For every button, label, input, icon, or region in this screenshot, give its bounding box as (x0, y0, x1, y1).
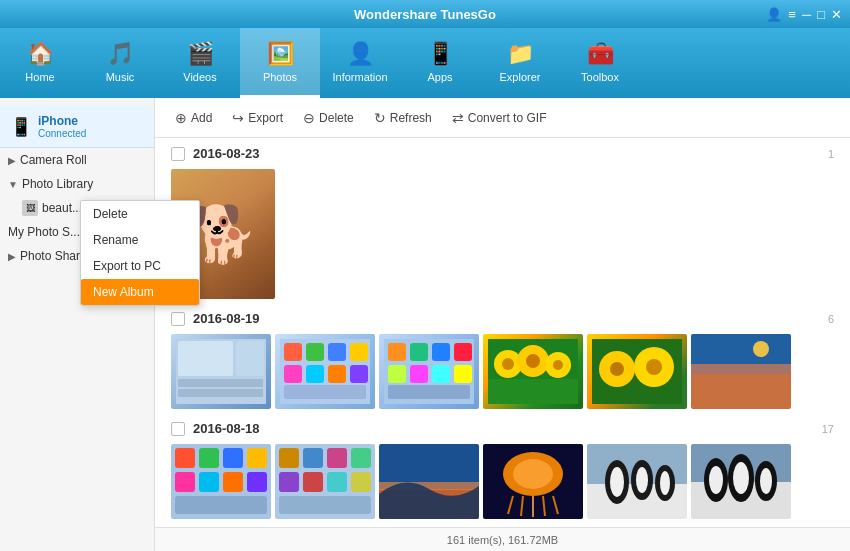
information-icon: 👤 (347, 41, 374, 67)
context-menu-new-album[interactable]: New Album (81, 279, 199, 305)
date-label-2: 2016-08-19 (193, 311, 260, 326)
svg-rect-20 (388, 365, 406, 383)
svg-rect-49 (223, 472, 243, 492)
photos-icon: 🖼️ (267, 41, 294, 67)
svg-rect-46 (247, 448, 267, 468)
count-badge-2: 6 (828, 313, 834, 325)
svg-rect-48 (199, 472, 219, 492)
svg-rect-1 (178, 341, 233, 376)
svg-point-76 (610, 467, 624, 497)
svg-point-30 (526, 354, 540, 368)
photos-grid-1: 🐕 (171, 169, 834, 299)
svg-rect-17 (410, 343, 428, 361)
photo-apps1[interactable] (275, 334, 375, 409)
svg-rect-8 (328, 343, 346, 361)
photo-sunset[interactable] (379, 444, 479, 519)
svg-rect-9 (350, 343, 368, 361)
photos-grid-3 (171, 444, 834, 519)
photo-penguins2[interactable] (691, 444, 791, 519)
photos-content[interactable]: 2016-08-23 1 🐕 2016-08-19 6 (155, 138, 850, 527)
menu-icon[interactable]: ≡ (788, 7, 796, 22)
svg-rect-7 (306, 343, 324, 361)
minimize-icon[interactable]: ─ (802, 7, 811, 22)
album-thumb-icon: 🖼 (22, 200, 38, 216)
delete-label: Delete (319, 111, 354, 125)
svg-point-88 (760, 468, 772, 494)
nav-home[interactable]: 🏠 Home (0, 28, 80, 98)
nav-explorer[interactable]: 📁 Explorer (480, 28, 560, 98)
nav-music[interactable]: 🎵 Music (80, 28, 160, 98)
add-icon: ⊕ (175, 110, 187, 126)
photo-apps4[interactable] (275, 444, 375, 519)
svg-rect-51 (175, 496, 267, 514)
apps-icon: 📱 (427, 41, 454, 67)
maximize-icon[interactable]: □ (817, 7, 825, 22)
photo-flowers2[interactable] (587, 334, 687, 409)
title-bar: Wondershare TunesGo 👤 ≡ ─ □ ✕ (0, 0, 850, 28)
photo-penguins1[interactable] (587, 444, 687, 519)
context-menu-delete[interactable]: Delete (81, 201, 199, 227)
svg-rect-2 (178, 379, 263, 387)
group3-checkbox[interactable] (171, 422, 185, 436)
home-icon: 🏠 (27, 41, 54, 67)
export-button[interactable]: ↪ Export (224, 106, 291, 130)
svg-rect-60 (351, 472, 371, 492)
content-area: ⊕ Add ↪ Export ⊖ Delete ↻ Refresh ⇄ Conv… (155, 98, 850, 551)
svg-rect-10 (284, 365, 302, 383)
photo-jellyfish[interactable] (483, 444, 583, 519)
delete-button[interactable]: ⊖ Delete (295, 106, 362, 130)
nav-information[interactable]: 👤 Information (320, 28, 400, 98)
photo-flowers1[interactable] (483, 334, 583, 409)
nav-videos[interactable]: 🎬 Videos (160, 28, 240, 98)
svg-rect-13 (350, 365, 368, 383)
convert-to-gif-button[interactable]: ⇄ Convert to GIF (444, 106, 555, 130)
convert-to-gif-label: Convert to GIF (468, 111, 547, 125)
svg-rect-21 (410, 365, 428, 383)
sidebar-item-photo-library[interactable]: ▼ Photo Library (0, 172, 154, 196)
date-header-2: 2016-08-19 6 (171, 311, 834, 326)
context-menu-rename[interactable]: Rename (81, 227, 199, 253)
date-label-3: 2016-08-18 (193, 421, 260, 436)
date-header-left-2: 2016-08-19 (171, 311, 260, 326)
context-menu: Delete Rename Export to PC New Album (80, 200, 200, 306)
svg-point-67 (513, 459, 553, 489)
photo-apps2[interactable] (379, 334, 479, 409)
date-header-left-3: 2016-08-18 (171, 421, 260, 436)
group1-checkbox[interactable] (171, 147, 185, 161)
context-menu-export-to-pc[interactable]: Export to PC (81, 253, 199, 279)
svg-rect-16 (388, 343, 406, 361)
refresh-button[interactable]: ↻ Refresh (366, 106, 440, 130)
svg-rect-54 (303, 448, 323, 468)
photo-apps3[interactable] (171, 444, 271, 519)
add-button[interactable]: ⊕ Add (167, 106, 220, 130)
svg-rect-24 (388, 385, 470, 399)
window-controls: 👤 ≡ ─ □ ✕ (766, 7, 842, 22)
svg-rect-55 (327, 448, 347, 468)
nav-music-label: Music (106, 71, 135, 83)
svg-rect-43 (175, 448, 195, 468)
nav-photos[interactable]: 🖼️ Photos (240, 28, 320, 98)
count-badge-3: 17 (822, 423, 834, 435)
svg-rect-39 (691, 374, 791, 409)
nav-apps-label: Apps (427, 71, 452, 83)
group2-checkbox[interactable] (171, 312, 185, 326)
user-icon[interactable]: 👤 (766, 7, 782, 22)
nav-toolbox[interactable]: 🧰 Toolbox (560, 28, 640, 98)
device-header: 📱 iPhone Connected (0, 106, 154, 148)
svg-rect-18 (432, 343, 450, 361)
svg-rect-56 (351, 448, 371, 468)
svg-point-80 (660, 471, 670, 495)
close-icon[interactable]: ✕ (831, 7, 842, 22)
date-group-1: 2016-08-23 1 🐕 (171, 146, 834, 299)
music-icon: 🎵 (107, 41, 134, 67)
nav-information-label: Information (332, 71, 387, 83)
count-badge-1: 1 (828, 148, 834, 160)
photo-ios-screen[interactable] (171, 334, 271, 409)
sidebar-item-camera-roll[interactable]: ▶ Camera Roll (0, 148, 154, 172)
device-status: Connected (38, 128, 86, 139)
svg-rect-23 (454, 365, 472, 383)
photo-coast[interactable] (691, 334, 791, 409)
nav-apps[interactable]: 📱 Apps (400, 28, 480, 98)
status-text: 161 item(s), 161.72MB (447, 534, 558, 546)
sidebar-photo-library-label: Photo Library (22, 177, 93, 191)
